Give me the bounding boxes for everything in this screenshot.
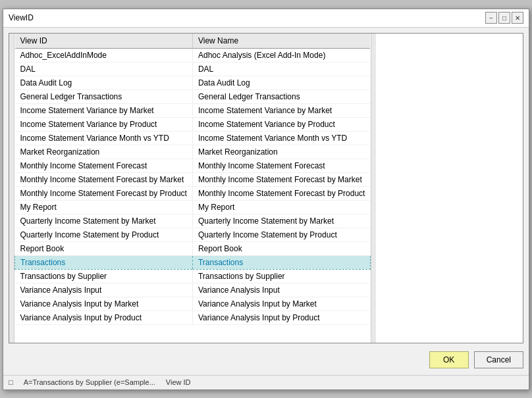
cell-view-name: Variance Analysis Input by Product	[192, 311, 370, 324]
table-row[interactable]: Variance Analysis Input by ProductVarian…	[15, 311, 371, 324]
bottom-text: A=Transactions by Supplier (e=Sample...	[24, 378, 155, 386]
cell-view-name: Quarterly Income Statement by Product	[192, 228, 370, 241]
cell-view-id: Monthly Income Statement Forecast	[15, 159, 193, 172]
cell-view-name: Market Reorganization	[192, 145, 370, 159]
cell-view-name: Transactions	[192, 255, 370, 269]
table-row[interactable]: General Ledger TransactionsGeneral Ledge…	[15, 89, 371, 103]
cell-view-id: Income Statement Variance Month vs YTD	[15, 131, 193, 145]
cell-view-id: Market Reorganization	[15, 145, 193, 159]
ok-button[interactable]: OK	[429, 351, 469, 368]
cancel-button[interactable]: Cancel	[474, 351, 523, 368]
cell-view-id: Income Statement Variance by Product	[15, 117, 193, 131]
status-view-id: View ID	[166, 378, 191, 386]
table-row[interactable]: Adhoc_ExcelAddInModeAdhoc Analysis (Exce…	[15, 48, 371, 62]
table-row[interactable]: Quarterly Income Statement by MarketQuar…	[15, 214, 371, 228]
table-row[interactable]: Monthly Income Statement Forecast by Mar…	[15, 172, 371, 186]
table-row[interactable]: Income Statement Variance Month vs YTDIn…	[15, 131, 371, 145]
viewid-window: ViewID − □ ✕ View ID View Name Adhoc_	[3, 9, 529, 390]
table-panel: View ID View Name Adhoc_ExcelAddInModeAd…	[9, 33, 523, 343]
cell-view-id: Quarterly Income Statement by Product	[15, 228, 193, 241]
table-row[interactable]: Variance Analysis InputVariance Analysis…	[15, 283, 371, 297]
table-row[interactable]: Income Statement Variance by ProductInco…	[15, 117, 371, 131]
status-bar: □ A=Transactions by Supplier (e=Sample..…	[3, 375, 529, 389]
cell-view-name: Monthly Income Statement Forecast by Mar…	[192, 172, 370, 186]
col-header-view-id: View ID	[15, 34, 193, 49]
cell-view-id: Transactions	[15, 255, 193, 269]
right-border	[371, 34, 376, 343]
cell-view-id: DAL	[15, 62, 193, 76]
cell-view-name: My Report	[192, 200, 370, 214]
cell-view-name: Income Statement Variance by Product	[192, 117, 370, 131]
table-row[interactable]: Variance Analysis Input by MarketVarianc…	[15, 297, 371, 311]
maximize-button[interactable]: □	[498, 12, 510, 24]
table-row[interactable]: Monthly Income Statement ForecastMonthly…	[15, 159, 371, 172]
cell-view-id: Income Statement Variance by Market	[15, 103, 193, 117]
cell-view-id: Monthly Income Statement Forecast by Mar…	[15, 172, 193, 186]
view-table: View ID View Name Adhoc_ExcelAddInModeAd…	[14, 34, 371, 325]
cell-view-id: Variance Analysis Input by Market	[15, 297, 193, 311]
status-checkbox: □	[9, 378, 13, 386]
table-row[interactable]: Report BookReport Book	[15, 241, 371, 255]
table-row[interactable]: Data Audit LogData Audit Log	[15, 76, 371, 89]
cell-view-id: Quarterly Income Statement by Market	[15, 214, 193, 228]
cell-view-id: Monthly Income Statement Forecast by Pro…	[15, 186, 193, 200]
title-bar: ViewID − □ ✕	[3, 9, 529, 28]
cell-view-name: Variance Analysis Input	[192, 283, 370, 297]
cell-view-name: Monthly Income Statement Forecast	[192, 159, 370, 172]
close-button[interactable]: ✕	[512, 12, 523, 24]
cell-view-name: Income Statement Variance Month vs YTD	[192, 131, 370, 145]
cell-view-id: Adhoc_ExcelAddInMode	[15, 48, 193, 62]
table-body: Adhoc_ExcelAddInModeAdhoc Analysis (Exce…	[15, 48, 371, 324]
window-controls: − □ ✕	[485, 12, 523, 24]
status-bottom-text: A=Transactions by Supplier (e=Sample...	[24, 378, 155, 386]
cell-view-name: DAL	[192, 62, 370, 76]
cell-view-id: Transactions by Supplier	[15, 269, 193, 283]
cell-view-name: Adhoc Analysis (Excel Add-In Mode)	[192, 48, 370, 62]
minimize-button[interactable]: −	[485, 12, 497, 24]
left-border	[9, 34, 14, 343]
table-row[interactable]: TransactionsTransactions	[15, 255, 371, 269]
button-bar: OK Cancel	[9, 349, 523, 370]
cell-view-id: My Report	[15, 200, 193, 214]
cell-view-id: Report Book	[15, 241, 193, 255]
cell-view-id: Variance Analysis Input	[15, 283, 193, 297]
cell-view-id: General Ledger Transactions	[15, 89, 193, 103]
table-header-row: View ID View Name	[15, 34, 371, 49]
cell-view-name: Monthly Income Statement Forecast by Pro…	[192, 186, 370, 200]
col-header-view-name: View Name	[192, 34, 370, 49]
cell-view-name: General Ledger Transactions	[192, 89, 370, 103]
cell-view-name: Quarterly Income Statement by Market	[192, 214, 370, 228]
checkbox-icon: □	[9, 378, 13, 386]
table-row[interactable]: Transactions by SupplierTransactions by …	[15, 269, 371, 283]
table-row[interactable]: Market ReorganizationMarket Reorganizati…	[15, 145, 371, 159]
cell-view-name: Report Book	[192, 241, 370, 255]
cell-view-id: Data Audit Log	[15, 76, 193, 89]
table-row[interactable]: DALDAL	[15, 62, 371, 76]
table-row[interactable]: Income Statement Variance by MarketIncom…	[15, 103, 371, 117]
view-id-label: View ID	[166, 378, 191, 386]
table-wrapper[interactable]: View ID View Name Adhoc_ExcelAddInModeAd…	[14, 34, 371, 343]
cell-view-name: Data Audit Log	[192, 76, 370, 89]
cell-view-name: Income Statement Variance by Market	[192, 103, 370, 117]
window-title: ViewID	[9, 13, 34, 22]
table-row[interactable]: My ReportMy Report	[15, 200, 371, 214]
table-row[interactable]: Quarterly Income Statement by ProductQua…	[15, 228, 371, 241]
cell-view-name: Transactions by Supplier	[192, 269, 370, 283]
cell-view-id: Variance Analysis Input by Product	[15, 311, 193, 324]
cell-view-name: Variance Analysis Input by Market	[192, 297, 370, 311]
table-row[interactable]: Monthly Income Statement Forecast by Pro…	[15, 186, 371, 200]
main-content: View ID View Name Adhoc_ExcelAddInModeAd…	[3, 28, 529, 375]
